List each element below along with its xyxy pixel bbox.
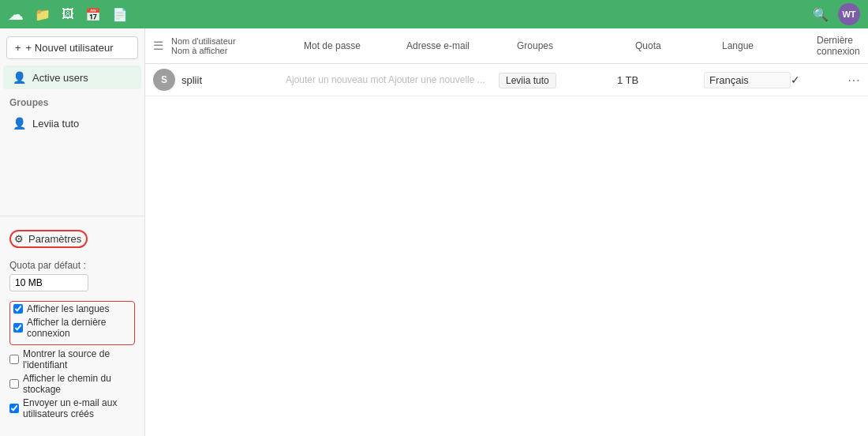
table-row: S spliit Ajouter un nouveau mot Ajouter … bbox=[145, 64, 868, 96]
new-user-label: + Nouvel utilisateur bbox=[26, 42, 114, 54]
col-header-quota: Quota bbox=[635, 40, 722, 51]
settings-label: Paramètres bbox=[28, 233, 81, 245]
col-header-language: Langue bbox=[722, 40, 817, 51]
file-icon[interactable]: 📄 bbox=[112, 7, 128, 22]
checkbox-show-identity-source-label: Montrer la source de l'identifiant bbox=[23, 348, 135, 370]
sidebar-item-active-users[interactable]: 👤 Active users bbox=[3, 66, 141, 89]
col-header-username: Nom d'utilisateur Nom à afficher bbox=[171, 36, 304, 55]
checkbox-show-languages-input[interactable] bbox=[13, 304, 23, 314]
sidebar: + + Nouvel utilisateur 👤 Active users Gr… bbox=[0, 28, 145, 436]
new-user-button[interactable]: + + Nouvel utilisateur bbox=[6, 36, 138, 59]
group-badge: Leviia tuto bbox=[499, 73, 556, 88]
checkbox-show-storage-path: Afficher le chemin du stockage bbox=[9, 373, 135, 395]
quota-cell: 1 TB bbox=[617, 74, 704, 86]
active-users-label: Active users bbox=[32, 72, 88, 84]
app-body: + + Nouvel utilisateur 👤 Active users Gr… bbox=[0, 28, 868, 436]
groups-section-label: Groupes bbox=[0, 89, 144, 111]
quota-input[interactable] bbox=[9, 274, 88, 291]
username-cell: spliit bbox=[181, 74, 286, 86]
image-icon[interactable]: 🖼 bbox=[62, 7, 74, 21]
check-icon: ✓ bbox=[791, 73, 841, 86]
col-header-password: Mot de passe bbox=[304, 40, 406, 51]
checkbox-show-last-login: Afficher la dernière connexion bbox=[13, 317, 131, 339]
sidebar-item-leviia-tuto[interactable]: 👤 Leviia tuto bbox=[3, 111, 141, 135]
calendar-icon[interactable]: 📅 bbox=[85, 7, 101, 22]
hamburger-icon[interactable]: ☰ bbox=[153, 39, 163, 53]
user-icon: 👤 bbox=[13, 71, 26, 84]
email-cell[interactable]: Ajouter une nouvelle ... bbox=[388, 74, 499, 85]
checkbox-show-last-login-input[interactable] bbox=[13, 323, 23, 333]
checkbox-send-email-input[interactable] bbox=[9, 404, 19, 413]
navbar-left: ☁ 📁 🖼 📅 📄 bbox=[8, 5, 128, 24]
user-avatar-small: S bbox=[153, 69, 175, 91]
folder-icon[interactable]: 📁 bbox=[35, 7, 51, 22]
checkbox-send-email: Envoyer un e-mail aux utilisateurs créés bbox=[9, 397, 135, 419]
settings-item[interactable]: ⚙ Paramètres bbox=[0, 224, 144, 254]
checkbox-show-storage-path-label: Afficher le chemin du stockage bbox=[23, 373, 135, 395]
quota-section: Quota par défaut : bbox=[0, 254, 144, 301]
col-header-email: Adresse e-mail bbox=[406, 40, 517, 51]
checkbox-show-identity-source-input[interactable] bbox=[9, 355, 19, 364]
checkboxes-outlined: Afficher les langues Afficher la dernièr… bbox=[9, 301, 135, 345]
col-header-lastlogin: Dernière connexion bbox=[817, 35, 860, 57]
checkbox-show-storage-path-input[interactable] bbox=[9, 379, 19, 389]
checkbox-show-languages: Afficher les langues bbox=[13, 303, 131, 314]
checkbox-show-last-login-label: Afficher la dernière connexion bbox=[27, 317, 131, 339]
main-content: ☰ Nom d'utilisateur Nom à afficher Mot d… bbox=[145, 28, 868, 436]
group-label: Leviia tuto bbox=[32, 118, 79, 130]
navbar: ☁ 📁 🖼 📅 📄 🔍 WT bbox=[0, 0, 868, 28]
plus-icon: + bbox=[15, 42, 21, 54]
group-icon: 👤 bbox=[13, 117, 26, 130]
search-icon[interactable]: 🔍 bbox=[813, 7, 829, 22]
sidebar-bottom: ⚙ Paramètres Quota par défaut : Afficher… bbox=[0, 216, 144, 436]
quota-default-label: Quota par défaut : bbox=[9, 260, 135, 271]
gear-circle: ⚙ Paramètres bbox=[9, 230, 88, 248]
cloud-icon[interactable]: ☁ bbox=[8, 5, 24, 24]
navbar-right: 🔍 WT bbox=[813, 3, 860, 25]
checkbox-group: Afficher les langues Afficher la dernièr… bbox=[0, 301, 144, 428]
col-header-groups: Groupes bbox=[517, 40, 635, 51]
gear-icon: ⚙ bbox=[14, 233, 24, 245]
language-cell: Français bbox=[704, 72, 791, 88]
checkbox-show-languages-label: Afficher les langues bbox=[27, 303, 110, 314]
checkbox-send-email-label: Envoyer un e-mail aux utilisateurs créés bbox=[23, 397, 135, 419]
table-header: ☰ Nom d'utilisateur Nom à afficher Mot d… bbox=[145, 28, 868, 64]
group-cell: Leviia tuto bbox=[499, 74, 617, 86]
password-cell[interactable]: Ajouter un nouveau mot bbox=[286, 74, 388, 85]
more-options-icon[interactable]: ⋯ bbox=[847, 73, 860, 88]
checkbox-show-identity-source: Montrer la source de l'identifiant bbox=[9, 348, 135, 370]
user-avatar[interactable]: WT bbox=[838, 3, 860, 25]
